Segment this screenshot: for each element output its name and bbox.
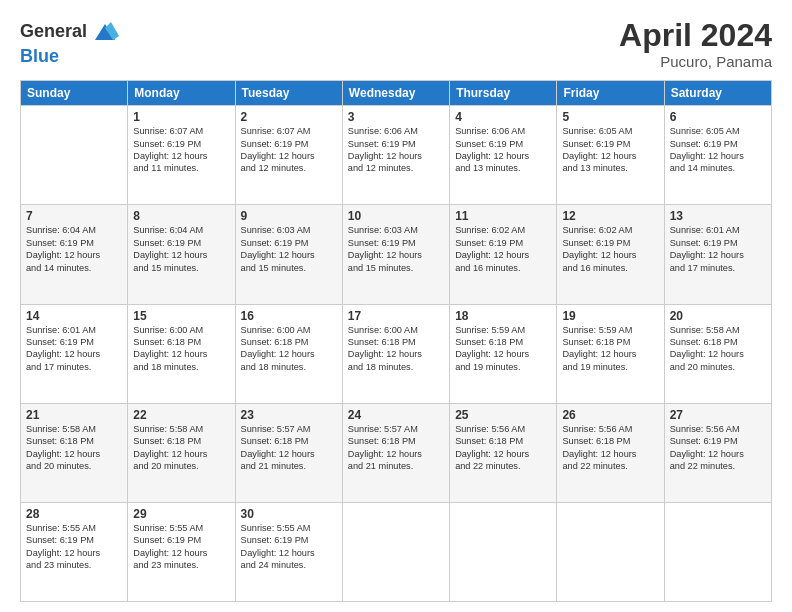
- calendar-cell: 22Sunrise: 5:58 AM Sunset: 6:18 PM Dayli…: [128, 403, 235, 502]
- cell-info: Sunrise: 5:59 AM Sunset: 6:18 PM Dayligh…: [562, 324, 658, 374]
- day-header-tuesday: Tuesday: [235, 81, 342, 106]
- cell-day-number: 4: [455, 110, 551, 124]
- cell-day-number: 12: [562, 209, 658, 223]
- day-header-monday: Monday: [128, 81, 235, 106]
- day-header-thursday: Thursday: [450, 81, 557, 106]
- cell-day-number: 29: [133, 507, 229, 521]
- cell-info: Sunrise: 5:56 AM Sunset: 6:19 PM Dayligh…: [670, 423, 766, 473]
- cell-info: Sunrise: 6:02 AM Sunset: 6:19 PM Dayligh…: [562, 224, 658, 274]
- cell-day-number: 22: [133, 408, 229, 422]
- day-header-sunday: Sunday: [21, 81, 128, 106]
- calendar-cell: [557, 502, 664, 601]
- cell-day-number: 30: [241, 507, 337, 521]
- cell-day-number: 27: [670, 408, 766, 422]
- day-header-friday: Friday: [557, 81, 664, 106]
- cell-info: Sunrise: 5:57 AM Sunset: 6:18 PM Dayligh…: [348, 423, 444, 473]
- calendar-cell: 1Sunrise: 6:07 AM Sunset: 6:19 PM Daylig…: [128, 106, 235, 205]
- calendar-cell: 5Sunrise: 6:05 AM Sunset: 6:19 PM Daylig…: [557, 106, 664, 205]
- calendar-cell: 19Sunrise: 5:59 AM Sunset: 6:18 PM Dayli…: [557, 304, 664, 403]
- week-row-5: 28Sunrise: 5:55 AM Sunset: 6:19 PM Dayli…: [21, 502, 772, 601]
- cell-info: Sunrise: 5:58 AM Sunset: 6:18 PM Dayligh…: [133, 423, 229, 473]
- cell-day-number: 17: [348, 309, 444, 323]
- cell-info: Sunrise: 6:06 AM Sunset: 6:19 PM Dayligh…: [455, 125, 551, 175]
- calendar-header-row: SundayMondayTuesdayWednesdayThursdayFrid…: [21, 81, 772, 106]
- week-row-1: 1Sunrise: 6:07 AM Sunset: 6:19 PM Daylig…: [21, 106, 772, 205]
- cell-info: Sunrise: 6:06 AM Sunset: 6:19 PM Dayligh…: [348, 125, 444, 175]
- cell-day-number: 14: [26, 309, 122, 323]
- cell-info: Sunrise: 5:56 AM Sunset: 6:18 PM Dayligh…: [455, 423, 551, 473]
- cell-info: Sunrise: 6:03 AM Sunset: 6:19 PM Dayligh…: [241, 224, 337, 274]
- cell-day-number: 10: [348, 209, 444, 223]
- cell-info: Sunrise: 6:05 AM Sunset: 6:19 PM Dayligh…: [670, 125, 766, 175]
- cell-day-number: 21: [26, 408, 122, 422]
- cell-info: Sunrise: 6:07 AM Sunset: 6:19 PM Dayligh…: [241, 125, 337, 175]
- calendar-cell: 3Sunrise: 6:06 AM Sunset: 6:19 PM Daylig…: [342, 106, 449, 205]
- calendar-cell: 27Sunrise: 5:56 AM Sunset: 6:19 PM Dayli…: [664, 403, 771, 502]
- cell-info: Sunrise: 5:58 AM Sunset: 6:18 PM Dayligh…: [670, 324, 766, 374]
- calendar-cell: 8Sunrise: 6:04 AM Sunset: 6:19 PM Daylig…: [128, 205, 235, 304]
- calendar-cell: 13Sunrise: 6:01 AM Sunset: 6:19 PM Dayli…: [664, 205, 771, 304]
- cell-info: Sunrise: 5:59 AM Sunset: 6:18 PM Dayligh…: [455, 324, 551, 374]
- cell-day-number: 19: [562, 309, 658, 323]
- cell-day-number: 11: [455, 209, 551, 223]
- logo-blue-text: Blue: [20, 46, 59, 67]
- calendar-cell: 14Sunrise: 6:01 AM Sunset: 6:19 PM Dayli…: [21, 304, 128, 403]
- cell-day-number: 25: [455, 408, 551, 422]
- calendar-cell: [450, 502, 557, 601]
- calendar-cell: 21Sunrise: 5:58 AM Sunset: 6:18 PM Dayli…: [21, 403, 128, 502]
- calendar-cell: 10Sunrise: 6:03 AM Sunset: 6:19 PM Dayli…: [342, 205, 449, 304]
- calendar-cell: 15Sunrise: 6:00 AM Sunset: 6:18 PM Dayli…: [128, 304, 235, 403]
- cell-info: Sunrise: 6:04 AM Sunset: 6:19 PM Dayligh…: [133, 224, 229, 274]
- cell-day-number: 23: [241, 408, 337, 422]
- calendar-cell: 12Sunrise: 6:02 AM Sunset: 6:19 PM Dayli…: [557, 205, 664, 304]
- cell-day-number: 5: [562, 110, 658, 124]
- calendar-cell: [342, 502, 449, 601]
- calendar-cell: 30Sunrise: 5:55 AM Sunset: 6:19 PM Dayli…: [235, 502, 342, 601]
- week-row-2: 7Sunrise: 6:04 AM Sunset: 6:19 PM Daylig…: [21, 205, 772, 304]
- cell-day-number: 9: [241, 209, 337, 223]
- day-header-saturday: Saturday: [664, 81, 771, 106]
- cell-day-number: 26: [562, 408, 658, 422]
- week-row-3: 14Sunrise: 6:01 AM Sunset: 6:19 PM Dayli…: [21, 304, 772, 403]
- logo-icon: [91, 18, 119, 46]
- calendar-cell: 9Sunrise: 6:03 AM Sunset: 6:19 PM Daylig…: [235, 205, 342, 304]
- cell-day-number: 6: [670, 110, 766, 124]
- cell-info: Sunrise: 6:07 AM Sunset: 6:19 PM Dayligh…: [133, 125, 229, 175]
- location-title: Pucuro, Panama: [619, 53, 772, 70]
- cell-info: Sunrise: 6:00 AM Sunset: 6:18 PM Dayligh…: [241, 324, 337, 374]
- calendar-cell: 2Sunrise: 6:07 AM Sunset: 6:19 PM Daylig…: [235, 106, 342, 205]
- cell-day-number: 24: [348, 408, 444, 422]
- calendar-cell: 11Sunrise: 6:02 AM Sunset: 6:19 PM Dayli…: [450, 205, 557, 304]
- cell-info: Sunrise: 6:04 AM Sunset: 6:19 PM Dayligh…: [26, 224, 122, 274]
- title-area: April 2024 Pucuro, Panama: [619, 18, 772, 70]
- cell-day-number: 2: [241, 110, 337, 124]
- cell-day-number: 8: [133, 209, 229, 223]
- cell-day-number: 13: [670, 209, 766, 223]
- cell-info: Sunrise: 5:56 AM Sunset: 6:18 PM Dayligh…: [562, 423, 658, 473]
- calendar-cell: 29Sunrise: 5:55 AM Sunset: 6:19 PM Dayli…: [128, 502, 235, 601]
- cell-info: Sunrise: 6:01 AM Sunset: 6:19 PM Dayligh…: [670, 224, 766, 274]
- logo-general-text: General: [20, 22, 87, 42]
- cell-day-number: 28: [26, 507, 122, 521]
- cell-info: Sunrise: 6:03 AM Sunset: 6:19 PM Dayligh…: [348, 224, 444, 274]
- cell-day-number: 1: [133, 110, 229, 124]
- cell-info: Sunrise: 5:55 AM Sunset: 6:19 PM Dayligh…: [26, 522, 122, 572]
- cell-day-number: 18: [455, 309, 551, 323]
- cell-info: Sunrise: 6:02 AM Sunset: 6:19 PM Dayligh…: [455, 224, 551, 274]
- calendar-cell: 23Sunrise: 5:57 AM Sunset: 6:18 PM Dayli…: [235, 403, 342, 502]
- calendar-cell: 17Sunrise: 6:00 AM Sunset: 6:18 PM Dayli…: [342, 304, 449, 403]
- calendar-cell: [664, 502, 771, 601]
- cell-info: Sunrise: 5:58 AM Sunset: 6:18 PM Dayligh…: [26, 423, 122, 473]
- header: General Blue April 2024 Pucuro, Panama: [20, 18, 772, 70]
- calendar-cell: 4Sunrise: 6:06 AM Sunset: 6:19 PM Daylig…: [450, 106, 557, 205]
- calendar-cell: 20Sunrise: 5:58 AM Sunset: 6:18 PM Dayli…: [664, 304, 771, 403]
- calendar-cell: 18Sunrise: 5:59 AM Sunset: 6:18 PM Dayli…: [450, 304, 557, 403]
- calendar-cell: 7Sunrise: 6:04 AM Sunset: 6:19 PM Daylig…: [21, 205, 128, 304]
- month-title: April 2024: [619, 18, 772, 53]
- calendar-cell: 6Sunrise: 6:05 AM Sunset: 6:19 PM Daylig…: [664, 106, 771, 205]
- calendar-cell: 16Sunrise: 6:00 AM Sunset: 6:18 PM Dayli…: [235, 304, 342, 403]
- cell-info: Sunrise: 6:00 AM Sunset: 6:18 PM Dayligh…: [133, 324, 229, 374]
- logo: General Blue: [20, 18, 119, 67]
- cell-info: Sunrise: 5:57 AM Sunset: 6:18 PM Dayligh…: [241, 423, 337, 473]
- page: General Blue April 2024 Pucuro, Panama S…: [0, 0, 792, 612]
